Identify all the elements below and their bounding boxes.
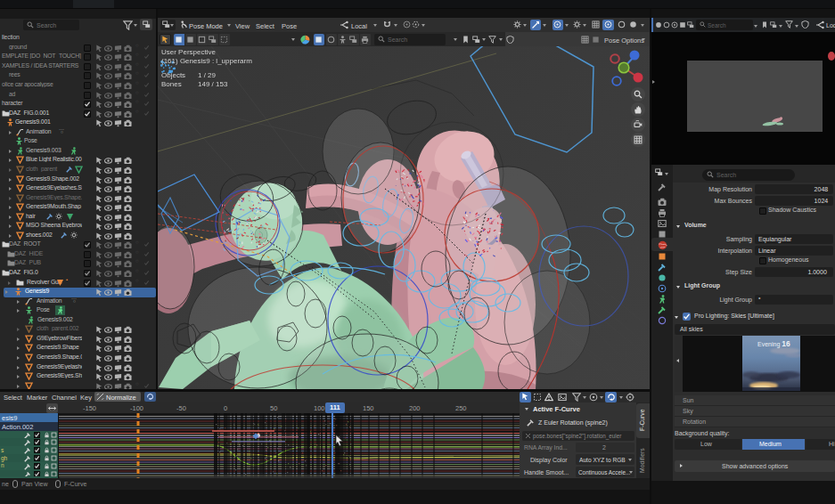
svg-text:Bones: Bones (161, 80, 182, 88)
svg-text:Evening 16: Evening 16 (757, 339, 790, 348)
svg-text:(161) Genesis9 : l_upperarm: (161) Genesis9 : l_upperarm (161, 57, 252, 65)
svg-text:Objects: Objects (161, 71, 185, 79)
svg-text:149 / 153: 149 / 153 (198, 80, 228, 88)
svg-text:User Perspective: User Perspective (161, 48, 216, 56)
svg-text:1 / 29: 1 / 29 (198, 71, 217, 79)
